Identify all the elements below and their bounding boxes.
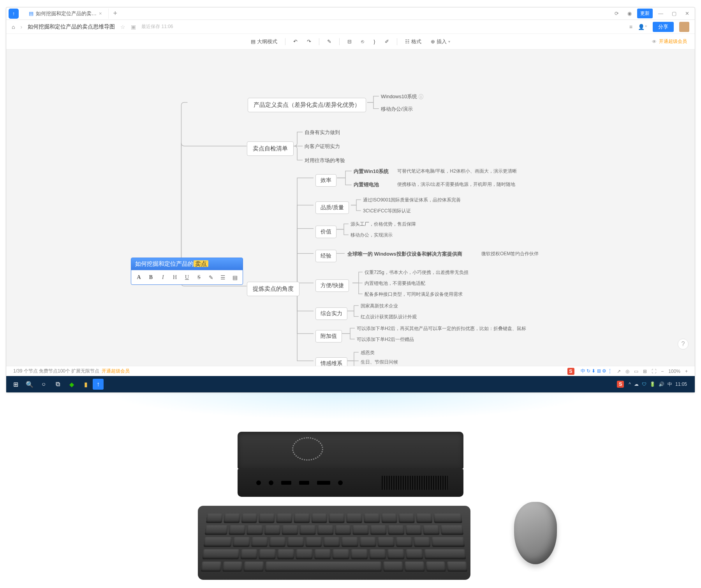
close-window-icon[interactable]: ✕ (682, 9, 692, 18)
strike-button[interactable]: S (194, 273, 204, 282)
home-icon[interactable]: ⌂ (12, 24, 15, 30)
leaf[interactable]: 配备多种接口类型，可同时满足多设备使用需求 (365, 291, 463, 298)
tray-clock[interactable]: 11:05 (675, 381, 687, 387)
leaf[interactable]: 对用往市场的考验 (305, 157, 345, 164)
node-added-value[interactable]: 附加值 (315, 330, 342, 343)
ime-tools[interactable]: 中 ↻ ⬇ ⊞ ⚙ ⋮ (581, 368, 613, 374)
relation-icon[interactable]: ⎋ (358, 37, 367, 46)
leaf[interactable]: 红点设计获奖团队设计外观 (361, 314, 417, 320)
leaf[interactable]: 内置锂电池，不需要插电适配 (365, 280, 425, 287)
upgrade-button[interactable]: 更新 (637, 9, 653, 18)
leaf[interactable]: 通过ISO9001国际质量保证体系，品控体系完善 (363, 197, 461, 203)
menu-icon[interactable]: ≡ (629, 24, 632, 30)
refresh-icon[interactable]: ⟳ (611, 9, 622, 18)
document-tab[interactable]: ▤ 如何挖掘和定位产品的卖… × (23, 9, 109, 19)
leaf[interactable]: 可以添加下单H2后，再买其他产品可以享一定的折扣优惠，比如：折叠键盘、鼠标 (357, 325, 526, 332)
search-icon[interactable]: 🔍 (23, 377, 37, 391)
tray-ime-icon[interactable]: S (617, 381, 624, 388)
close-icon[interactable]: × (99, 11, 102, 16)
explorer-icon[interactable]: ▮ (79, 377, 93, 391)
zoom-in-button[interactable]: + (685, 369, 688, 374)
leaf[interactable]: Windows10系统 i (381, 93, 423, 100)
cortana-icon[interactable]: ○ (37, 377, 51, 391)
minimize-icon[interactable]: — (655, 9, 666, 18)
bold-button[interactable]: A (134, 273, 144, 282)
node-quality[interactable]: 品质/质量 (315, 201, 349, 214)
node-product-definition[interactable]: 产品定义卖点（差异化卖点/差异化优势） (248, 98, 366, 112)
leaf[interactable]: 源头工厂，价格优势，售后保障 (350, 221, 416, 228)
upgrade-link[interactable]: 开通超级会员 (659, 38, 687, 45)
share-button[interactable]: 分享 (653, 22, 674, 32)
leaf[interactable]: 可替代笔记本电脑/平板，H2体积小、画面大，演示更清晰 (397, 168, 517, 175)
leaf[interactable]: 内置Win10系统 (354, 168, 389, 175)
tray-shield-icon[interactable]: 🛡 (642, 381, 646, 387)
summary-icon[interactable]: } (370, 37, 378, 46)
bold-b-button[interactable]: B (146, 273, 156, 282)
node-angles[interactable]: 提炼卖点的角度 (247, 282, 299, 296)
layout-icon[interactable]: ▭ (634, 369, 638, 374)
node-strength[interactable]: 综合实力 (315, 307, 347, 320)
insert-button[interactable]: ⊕插入▾ (428, 37, 453, 47)
underline-button[interactable]: U (182, 273, 192, 282)
cloud-icon[interactable]: ▣ (131, 24, 136, 30)
grid-icon[interactable]: ⊞ (643, 369, 647, 374)
tray-volume-icon[interactable]: 🔊 (659, 381, 664, 387)
highlight-button[interactable]: H (170, 273, 180, 282)
start-button[interactable]: ⊞ (9, 377, 23, 391)
node-efficiency[interactable]: 效率 (315, 174, 336, 187)
format-paint-icon[interactable]: ✎ (324, 37, 335, 46)
mindmap-canvas[interactable]: 产品定义卖点（差异化卖点/差异化优势） Windows10系统 i 移动办公/演… (6, 49, 695, 373)
leaf[interactable]: 国家高新技术企业 (361, 303, 398, 309)
leaf[interactable]: 移动办公，实现演示 (350, 232, 393, 238)
user-add-icon[interactable]: 👤⁺ (638, 24, 647, 30)
leaf[interactable]: 3C\CE\FCC等国际认证 (363, 208, 411, 214)
node-tool-icon[interactable]: ⊟ (344, 37, 355, 46)
maximize-icon[interactable]: ▢ (669, 9, 680, 18)
leaf[interactable]: 向客户证明实力 (305, 143, 340, 150)
leaf[interactable]: 可以添加下单H2后一些赠品 (357, 336, 414, 343)
tray-lang-icon[interactable]: 中 (668, 381, 672, 388)
indent-button[interactable]: ▤ (230, 273, 240, 282)
leaf[interactable]: 全球唯一的 Windows投影仪设备和解决方案提供商 (347, 251, 462, 258)
share-icon[interactable]: ↗ (617, 369, 621, 374)
leaf[interactable]: 移动办公/演示 (381, 106, 413, 113)
leaf[interactable]: 仅重725g，书本大小，小巧便携，出差携带无负担 (365, 269, 469, 276)
leaf[interactable]: 自身有实力做到 (305, 129, 340, 136)
eye-icon[interactable]: 👁 (652, 39, 657, 44)
leaf[interactable]: 便携移动，演示/出差不需要插电源，开机即用，随时随地 (397, 181, 515, 188)
tray-cloud-icon[interactable]: ☁ (634, 381, 639, 387)
root-node-editor[interactable]: 如何挖掘和定位产品的卖点 A B I H U S ✎ ☰ ▤ (131, 258, 243, 285)
taskview-icon[interactable]: ⧉ (51, 377, 65, 391)
fullscreen-icon[interactable]: ⛶ (652, 369, 656, 374)
list-button[interactable]: ☰ (218, 273, 228, 282)
leaf[interactable]: 微软授权OEM签约合作伙伴 (481, 251, 539, 257)
edit-icon[interactable]: ✐ (382, 37, 392, 46)
undo-button[interactable]: ↶ (290, 37, 301, 46)
wechat-icon[interactable]: ◆ (65, 377, 79, 391)
redo-button[interactable]: ↷ (304, 37, 314, 46)
outline-mode-button[interactable]: ▤大纲模式 (248, 37, 280, 47)
italic-button[interactable]: I (158, 273, 168, 282)
leaf[interactable]: 内置锂电池 (354, 181, 379, 188)
leaf[interactable]: 感恩类 (361, 350, 375, 356)
node-convenience[interactable]: 方便/快捷 (315, 279, 349, 292)
tray-up-icon[interactable]: ^ (629, 381, 631, 387)
app-logo-icon[interactable]: ↑ (9, 9, 19, 19)
clear-format-button[interactable]: ✎ (206, 273, 216, 282)
sync-icon[interactable]: ◉ (624, 9, 635, 18)
avatar[interactable] (679, 22, 689, 32)
node-checklist[interactable]: 卖点自检清单 (247, 141, 294, 156)
target-icon[interactable]: ◎ (625, 369, 629, 374)
tray-battery-icon[interactable]: 🔋 (650, 381, 655, 387)
format-button[interactable]: ☷格式 (402, 37, 424, 47)
new-tab-button[interactable]: + (109, 9, 122, 18)
node-price[interactable]: 价值 (315, 226, 336, 238)
upgrade-link[interactable]: 开通超级会员 (102, 368, 130, 374)
star-icon[interactable]: ☆ (120, 24, 125, 30)
leaf[interactable]: 生日、节假日问候 (361, 359, 398, 366)
help-button[interactable]: ? (678, 339, 689, 350)
node-experience[interactable]: 经验 (315, 250, 336, 262)
zoom-out-button[interactable]: − (661, 369, 664, 374)
ime-icon[interactable]: S (567, 368, 574, 375)
app-taskbar-icon[interactable]: ↑ (93, 379, 104, 390)
